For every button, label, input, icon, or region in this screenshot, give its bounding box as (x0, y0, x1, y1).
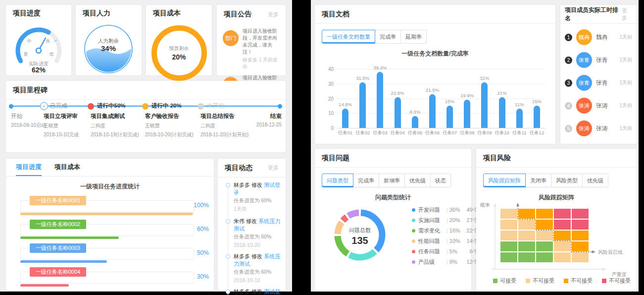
member-time: 1天前 (619, 125, 632, 132)
legend-percent: 5% (449, 248, 463, 254)
milestone-owner: 二狗蛋 (200, 122, 248, 129)
risk-cell (554, 209, 571, 219)
manpower-liquid-chart: 人力剩余 34% (76, 22, 142, 74)
risk-y-axis-label: 概率 (480, 202, 490, 209)
gauge-value-arc (18, 30, 49, 61)
legend-item[interactable]: 产品级|9%12个 (412, 258, 478, 266)
legend-percent: 20% (449, 217, 463, 223)
risk-cell (536, 241, 553, 251)
risk-cell (572, 252, 589, 262)
legend-item[interactable]: 任务问题|5%6个 (412, 247, 478, 255)
tab-关闭率[interactable]: 关闭率 (525, 174, 551, 187)
issues-tab-group: 问题类型完成率新增率优先级状态 (322, 174, 451, 187)
risk-cell (518, 209, 535, 219)
issues-chart-title: 问题类型统计 (315, 193, 471, 202)
milestone-status: 进行中 20% (151, 102, 182, 110)
rank-badge: 1 (565, 34, 572, 41)
tab-一级任务文档数量[interactable]: 一级任务文档数量 (322, 30, 375, 44)
more-link[interactable]: 更多 (622, 7, 632, 22)
avatar: 魏冉 (576, 29, 592, 45)
tab-新增率[interactable]: 新增率 (379, 174, 405, 187)
tab-问题类型[interactable]: 问题类型 (322, 174, 353, 187)
doc-value-label: 21.5% (421, 87, 443, 93)
milestone-date: 2018-12-25 (256, 122, 282, 127)
task-progress-bar (20, 284, 69, 287)
member-name: 张青 (596, 56, 615, 64)
tab-项目进度[interactable]: 项目进度 (16, 159, 42, 176)
card-title: 项目成员实际工时排名 (565, 6, 622, 23)
card-header: 项目动态 更多 (218, 159, 286, 177)
tab-延期率[interactable]: 延期率 (400, 30, 427, 44)
gauge-scale-label: 良 (46, 39, 50, 44)
risk-legend-item[interactable]: 可接受 (493, 277, 516, 285)
issue-type-donut: 问题总数135 (330, 205, 390, 265)
task-percent-label: 50% (197, 249, 209, 256)
card-header: 项目里程碑 (6, 81, 286, 100)
risk-cell (536, 209, 553, 219)
risk-cell (554, 231, 571, 240)
tab-优先级[interactable]: 优先级 (582, 174, 608, 187)
milestone-timeline: 开始2018-09-10启动✓已完成项目立项评审王晓慧2018-10-10完成进… (6, 100, 286, 152)
milestone-info: 项目总结报告二狗蛋2018-11-20(计划开始) (200, 113, 248, 138)
risk-legend-item[interactable]: 不可接受 (564, 277, 593, 285)
card-header: 项目文档 (315, 5, 555, 24)
milestone-owner: 二狗蛋 (91, 122, 139, 129)
milestone-title: 客户验收报告 (145, 113, 194, 120)
doc-count-bar (342, 109, 348, 128)
legend-separator: | (446, 217, 448, 223)
legend-item[interactable]: 需求变化|16%22个 (412, 227, 478, 235)
tab-状态[interactable]: 状态 (430, 174, 451, 187)
avatar: 张青 (576, 52, 592, 68)
activity-detail: 任务进度为 60% (234, 197, 281, 204)
task-bar-row: 一级任务名称0001100% (6, 196, 214, 220)
card-header: 项目公告 更多 (217, 5, 286, 24)
task-label-chip: 一级任务名称0001 (30, 196, 86, 205)
risk-cell (572, 209, 589, 219)
y-tick-label: 20 (321, 96, 334, 102)
activity-item: 朱伟 修改 系统压力测试任务进度为 60%2018-10-20 (226, 218, 281, 248)
issues-donut-chart: 问题总数135 开发问题|36%49个实施问题|20%27个需求变化|16%22… (315, 202, 471, 291)
legend-item[interactable]: 开发问题|36%49个 (412, 206, 478, 214)
card-title: 项目里程碑 (13, 86, 48, 95)
doc-value-label: 21% (491, 90, 513, 96)
legend-dot-icon (412, 219, 415, 222)
tab-项目成本[interactable]: 项目成本 (54, 159, 80, 176)
activity-item: 林多多 修改 系统压力测试任务进度为 60%2018-10-10 (226, 253, 281, 283)
doc-count-bar (412, 116, 418, 128)
milestone-date: 2018-11-20(计划开始) (200, 131, 248, 138)
legend-percent: 36% (449, 207, 463, 213)
risk-legend-item[interactable]: 不可接受 (602, 277, 631, 285)
activity-dot-icon (226, 290, 230, 294)
announcement-meta: 林多多 1 天前发布 (243, 57, 281, 70)
more-link[interactable]: 更多 (268, 11, 279, 18)
member-name: 魏冉 (596, 33, 615, 42)
doc-count-bar (464, 100, 470, 128)
project-progress-card: 项目进度 差中良优实际进度62% (6, 5, 71, 75)
task-label-chip: 一级任务名称0004 (30, 267, 86, 277)
y-tick-label: 10 (321, 111, 334, 116)
doc-count-bar (446, 106, 453, 128)
tolerance-up-arrow (516, 203, 519, 206)
tab-风险类型[interactable]: 风险类型 (551, 174, 583, 187)
legend-item[interactable]: 实施问题|20%27个 (412, 216, 478, 224)
task-label-chip: 一级任务名称0002 (30, 220, 86, 229)
liquid-value: 34% (101, 44, 116, 53)
legend-item[interactable]: 性能问题|10%14个 (412, 237, 478, 245)
gauge-hub (36, 48, 41, 53)
task-percent-label: 30% (197, 273, 209, 280)
legend-separator: | (446, 228, 448, 234)
doc-value-label: 14.8% (335, 102, 356, 107)
tab-完成率[interactable]: 完成率 (375, 30, 401, 44)
risk-legend-square-icon (526, 279, 530, 283)
ranking-row: 3张青张青1天前 (560, 71, 637, 94)
more-link[interactable]: 更多 (268, 164, 279, 172)
liquid-caption: 人力剩余 (98, 38, 119, 44)
milestone-status-dot (198, 103, 204, 110)
risk-legend-item[interactable]: 不可接受 (526, 277, 554, 285)
legend-name: 需求变化 (418, 227, 445, 235)
tab-优先级[interactable]: 优先级 (404, 174, 431, 187)
tab-风险跟踪矩阵[interactable]: 风险跟踪矩阵 (483, 174, 526, 187)
tab-完成率[interactable]: 完成率 (353, 174, 379, 187)
milestone-owner: 王晓慧 (145, 122, 194, 129)
risk-cell (536, 252, 553, 262)
